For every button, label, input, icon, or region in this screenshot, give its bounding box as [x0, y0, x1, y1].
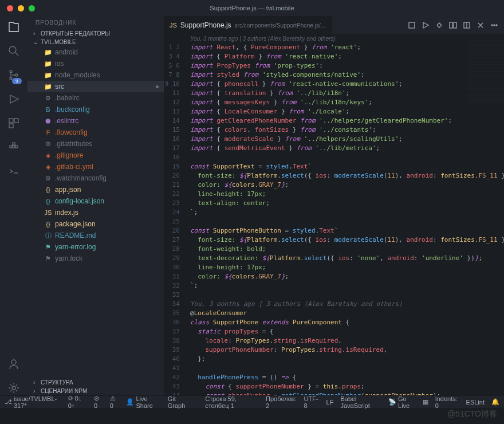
- sb-golive[interactable]: 📡 Go Live: [388, 395, 416, 409]
- activity-bar: [0, 16, 27, 395]
- sb-errors[interactable]: ⊘ 0: [94, 395, 103, 409]
- tree-item[interactable]: 📁ios: [27, 58, 164, 69]
- sb-branch[interactable]: ⎇ issue/TVLMBL-317*: [5, 395, 61, 409]
- tree-item[interactable]: ⚑yarn.lock: [27, 253, 164, 264]
- sb-lang[interactable]: Babel JavaScript: [340, 395, 381, 409]
- tab-supportphone[interactable]: JS SupportPhone.js src/components/Suppor…: [164, 16, 332, 34]
- svg-point-11: [11, 360, 16, 364]
- gear-icon[interactable]: [7, 382, 20, 395]
- tree-item[interactable]: {}package.json: [27, 218, 164, 230]
- tree-item[interactable]: ◈.gitignore: [27, 150, 164, 161]
- tree-item[interactable]: {}app.json: [27, 184, 164, 195]
- svg-rect-14: [450, 22, 452, 28]
- blame-annotation: You, 3 months ago | 3 authors (Alex Bare…: [164, 34, 504, 43]
- svg-point-18: [491, 25, 493, 26]
- window-controls: [0, 5, 35, 11]
- tree-item[interactable]: JSindex.js: [27, 207, 164, 218]
- sb-eol[interactable]: LF: [326, 399, 334, 406]
- statusbar: ⎇ issue/TVLMBL-317* ⟳ 0↓ 0↑ ⊘ 0 ⚠ 0 👤 Li…: [0, 395, 504, 408]
- svg-rect-7: [10, 146, 12, 148]
- svg-point-20: [496, 25, 497, 26]
- file-tree[interactable]: 📁android📁ios📁node_modules📁src●⚙.babelrcB…: [27, 46, 164, 378]
- tree-item[interactable]: ◈.gitlab-ci.yml: [27, 161, 164, 172]
- sb-encoding[interactable]: UTF-8: [304, 395, 320, 409]
- svg-rect-8: [13, 146, 15, 148]
- tree-item[interactable]: 📁node_modules: [27, 69, 164, 81]
- tree-item[interactable]: ⚙.watchmanconfig: [27, 172, 164, 184]
- svg-rect-5: [14, 119, 18, 123]
- sidebar-title: ПРОВОДНИК: [27, 16, 164, 29]
- docker-icon[interactable]: [7, 141, 20, 155]
- tree-item[interactable]: 📁android: [27, 46, 164, 58]
- svg-rect-9: [15, 146, 18, 148]
- more-icon[interactable]: [490, 21, 498, 29]
- sb-cursor[interactable]: Строка 59, столбец 1: [205, 395, 259, 409]
- titlebar: SupportPhone.js — tvil.mobile: [0, 0, 504, 16]
- sb-indents[interactable]: Indents: 0: [435, 395, 459, 409]
- svg-point-0: [9, 46, 16, 53]
- search-icon[interactable]: [7, 45, 20, 58]
- scm-icon[interactable]: [7, 69, 20, 83]
- sidebar-section[interactable]: ›ОТКРЫТЫЕ РЕДАКТОРЫ: [27, 29, 164, 38]
- tab-bar: JS SupportPhone.js src/components/Suppor…: [164, 16, 504, 34]
- close-icon[interactable]: [477, 21, 485, 29]
- sb-liveshare[interactable]: 👤 Live Share: [126, 395, 160, 409]
- close-icon[interactable]: [7, 5, 13, 11]
- sb-eslint[interactable]: ESLint: [466, 399, 485, 406]
- sb-layout[interactable]: ▦: [423, 398, 428, 406]
- svg-rect-6: [9, 124, 13, 128]
- debug-icon[interactable]: [7, 93, 20, 107]
- sidebar: ПРОВОДНИК ›ОТКРЫТЫЕ РЕДАКТОРЫ⌄TVIL.MOBIL…: [27, 16, 164, 395]
- tree-item[interactable]: ⚙.gitattributes: [27, 138, 164, 150]
- sb-spaces[interactable]: Пробелов: 2: [266, 395, 297, 409]
- sb-bell[interactable]: 🔔: [491, 398, 499, 406]
- tree-item[interactable]: ⚑yarn-error.log: [27, 241, 164, 253]
- zoom-icon[interactable]: [29, 5, 35, 11]
- sidebar-section[interactable]: ⌄TVIL.MOBILE: [27, 38, 164, 46]
- compare-icon[interactable]: [408, 21, 416, 29]
- svg-rect-13: [409, 22, 415, 28]
- code-lines[interactable]: import React, { PureComponent } from 're…: [186, 43, 504, 395]
- svg-point-19: [494, 25, 495, 26]
- tree-item[interactable]: B.buckconfig: [27, 104, 164, 115]
- line-gutter: 1 2 3 4 5 6 7 8 9 10 11 12 13 14 15 16 1…: [164, 43, 186, 395]
- tree-item[interactable]: F.flowconfig: [27, 127, 164, 138]
- js-icon: JS: [170, 22, 177, 29]
- tree-item[interactable]: {}config-local.json: [27, 195, 164, 207]
- remote-icon[interactable]: [7, 165, 20, 179]
- explorer-icon[interactable]: [7, 21, 20, 34]
- watermark: @51CTO博客: [447, 409, 497, 419]
- minimize-icon[interactable]: [18, 5, 24, 11]
- window-title: SupportPhone.js — tvil.mobile: [210, 5, 294, 11]
- svg-rect-4: [9, 119, 13, 123]
- sidebar-section[interactable]: ›СТРУКТУРА: [27, 378, 164, 387]
- tree-item[interactable]: ⬣.eslintrc: [27, 115, 164, 127]
- run-icon[interactable]: [422, 21, 430, 29]
- sb-gitgraph[interactable]: Git Graph: [168, 395, 191, 409]
- svg-point-2: [10, 77, 12, 80]
- editor-actions: [408, 21, 504, 29]
- tree-item[interactable]: ⓘREADME.md: [27, 230, 164, 241]
- split-icon[interactable]: [449, 21, 457, 29]
- sb-sync[interactable]: ⟳ 0↓ 0↑: [68, 395, 87, 409]
- tab-path: src/components/SupportPhone.js/...: [235, 22, 325, 29]
- svg-point-3: [15, 74, 18, 76]
- tree-item[interactable]: ⚙.babelrc: [27, 92, 164, 104]
- extensions-icon[interactable]: [7, 117, 20, 131]
- tree-item[interactable]: 📁src●: [27, 81, 164, 92]
- tab-filename: SupportPhone.js: [180, 21, 231, 29]
- editor: JS SupportPhone.js src/components/Suppor…: [164, 16, 504, 395]
- code-area[interactable]: 1 2 3 4 5 6 7 8 9 10 11 12 13 14 15 16 1…: [164, 43, 504, 395]
- svg-point-1: [10, 70, 12, 73]
- open-changes-icon[interactable]: [435, 21, 443, 29]
- layout-icon[interactable]: [463, 21, 471, 29]
- svg-rect-15: [454, 22, 456, 28]
- sb-warnings[interactable]: ⚠ 0: [110, 395, 120, 409]
- account-icon[interactable]: [7, 358, 20, 371]
- sidebar-section[interactable]: ›СЦЕНАРИИ NPM: [27, 387, 164, 395]
- svg-rect-10: [13, 143, 15, 145]
- svg-point-12: [12, 386, 15, 390]
